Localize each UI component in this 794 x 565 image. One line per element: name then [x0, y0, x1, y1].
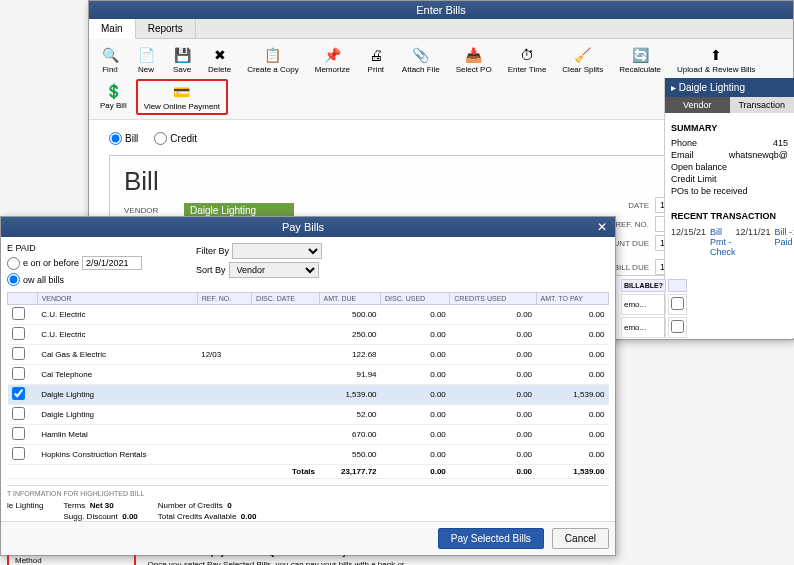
row-check[interactable] [12, 367, 25, 380]
billable-check[interactable] [671, 297, 684, 310]
table-row[interactable]: Hamlin Metal670.000.000.000.00 [8, 425, 609, 445]
recent-header: RECENT TRANSACTION [671, 211, 788, 221]
row-check[interactable] [12, 347, 25, 360]
vendor-label: VENDOR [124, 206, 184, 215]
new-icon: 📄 [137, 46, 155, 64]
delete-icon: ✖ [211, 46, 229, 64]
cancel-button[interactable]: Cancel [552, 528, 609, 549]
pay-bills-titlebar: Pay Bills ✕ [1, 217, 615, 237]
attach-file-icon: 📎 [412, 46, 430, 64]
clear-splits-icon: 🧹 [574, 46, 592, 64]
credit-radio[interactable]: Credit [154, 132, 197, 145]
on-before-radio[interactable]: e on or before [7, 256, 142, 270]
toolbar-delete[interactable]: ✖Delete [201, 43, 238, 77]
toolbar-find[interactable]: 🔍Find [93, 43, 127, 77]
toolbar-upload-review-bills[interactable]: ⬆Upload & Review Bills [670, 43, 762, 77]
close-icon[interactable]: ✕ [597, 220, 607, 234]
billable-check[interactable] [671, 320, 684, 333]
enter-time-icon: ⏱ [518, 46, 536, 64]
row-check[interactable] [12, 447, 25, 460]
bills-table: VENDORREF. NO.DISC. DATEAMT. DUEDISC. US… [7, 292, 609, 479]
recent-transaction-item[interactable]: 12/15/21Bill Pmt -Check [671, 226, 736, 258]
toolbar-clear-splits[interactable]: 🧹Clear Splits [555, 43, 610, 77]
toolbar-attach-file[interactable]: 📎Attach File [395, 43, 447, 77]
toolbar-recalculate[interactable]: 🔄Recalculate [612, 43, 668, 77]
row-check[interactable] [12, 307, 25, 320]
table-row[interactable]: C.U. Electric500.000.000.000.00 [8, 305, 609, 325]
bill-radio[interactable]: Bill [109, 132, 138, 145]
bill-header: Bill [124, 166, 758, 197]
tab-main[interactable]: Main [89, 19, 136, 39]
tab-reports[interactable]: Reports [136, 19, 196, 38]
side-body: SUMMARY Phone415 Emailwhatsnewqb@ Open b… [665, 113, 794, 265]
pay-bills-body: E PAID e on or before ow all bills Filte… [1, 237, 615, 565]
pay-bills-footer: Pay Selected Bills Cancel [1, 521, 615, 555]
pay-bills-title: Pay Bills [9, 221, 597, 233]
row-check[interactable] [12, 407, 25, 420]
enter-bills-tabs: Main Reports [89, 19, 793, 39]
sort-by-select[interactable]: Vendor [229, 262, 319, 278]
table-row[interactable]: Cal Telephone91.940.000.000.00 [8, 365, 609, 385]
side-tabs: Vendor Transaction [665, 97, 794, 113]
toolbar-memorize[interactable]: 📌Memorize [308, 43, 357, 77]
toolbar-enter-time[interactable]: ⏱Enter Time [501, 43, 554, 77]
toolbar-pay-bill[interactable]: 💲Pay Bill [93, 79, 134, 115]
select-po-icon: 📥 [465, 46, 483, 64]
pay-bills-filters: E PAID e on or before ow all bills Filte… [7, 241, 609, 288]
view-online-payment-icon: 💳 [173, 83, 191, 101]
on-before-date[interactable] [82, 256, 142, 270]
enter-bills-title: Enter Bills [97, 4, 785, 16]
enter-bills-titlebar: Enter Bills [89, 1, 793, 19]
recalculate-icon: 🔄 [631, 46, 649, 64]
summary-header: SUMMARY [671, 123, 788, 133]
side-tab-transaction[interactable]: Transaction [730, 97, 795, 113]
filter-by-select[interactable] [232, 243, 322, 259]
toolbar-print[interactable]: 🖨Print [359, 43, 393, 77]
billable-table: BILLABLE? emo... emo... [619, 277, 689, 340]
show-all-radio[interactable]: ow all bills [7, 273, 142, 286]
row-check[interactable] [12, 327, 25, 340]
memorize-icon: 📌 [323, 46, 341, 64]
toolbar-view-online-payment[interactable]: 💳View Online Payment [136, 79, 228, 115]
pay-bills-window: Pay Bills ✕ E PAID e on or before ow all… [0, 216, 616, 556]
table-row[interactable]: C.U. Electric250.000.000.000.00 [8, 325, 609, 345]
pay-bill-icon: 💲 [104, 82, 122, 100]
upload-review-bills-icon: ⬆ [707, 46, 725, 64]
side-tab-vendor[interactable]: Vendor [665, 97, 730, 113]
table-row[interactable]: Cal Gas & Electric12/03122.680.000.000.0… [8, 345, 609, 365]
recent-transaction-item[interactable]: 12/11/21Bill - Paid [736, 226, 793, 258]
table-row[interactable]: Hopkins Construction Rentals550.000.000.… [8, 445, 609, 465]
table-row[interactable]: Daigle Lighting52.000.000.000.00 [8, 405, 609, 425]
pay-selected-button[interactable]: Pay Selected Bills [438, 528, 544, 549]
find-icon: 🔍 [101, 46, 119, 64]
save-icon: 💾 [173, 46, 191, 64]
toolbar-select-po[interactable]: 📥Select PO [449, 43, 499, 77]
row-check[interactable] [12, 387, 25, 400]
side-vendor-name: ▸ Daigle Lighting [665, 78, 794, 97]
create-a-copy-icon: 📋 [264, 46, 282, 64]
toolbar-create-a-copy[interactable]: 📋Create a Copy [240, 43, 306, 77]
row-check[interactable] [12, 427, 25, 440]
print-icon: 🖨 [367, 46, 385, 64]
toolbar-new[interactable]: 📄New [129, 43, 163, 77]
toolbar-save[interactable]: 💾Save [165, 43, 199, 77]
table-row[interactable]: Daigle Lighting1,539.000.000.001,539.00 [8, 385, 609, 405]
